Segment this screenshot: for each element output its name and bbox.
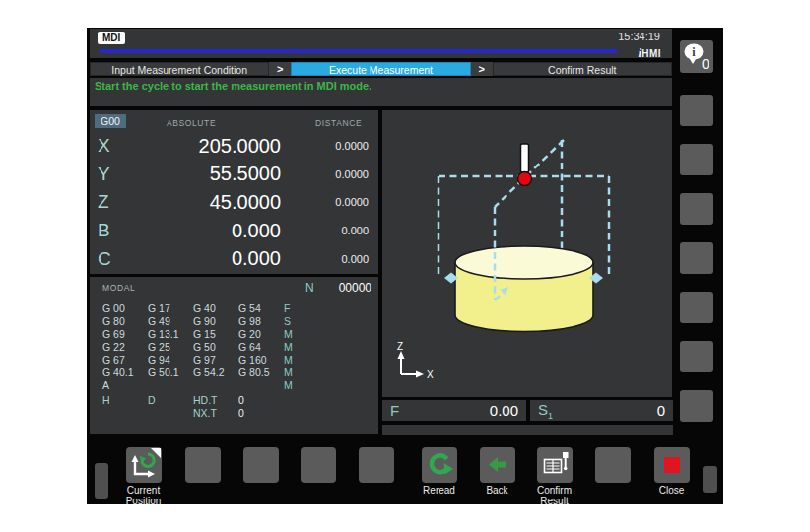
blank-softkey-button[interactable] (243, 447, 279, 483)
gcode-cell: G 80.5 (238, 366, 284, 379)
probe-cycle-diagram: Z X (382, 110, 672, 397)
gcode-cell: G 17 (148, 302, 193, 315)
gcode-cell: G 64 (238, 341, 284, 354)
gcode-cell: G 90 (193, 315, 238, 328)
gcode-cell: G 160 (238, 354, 284, 366)
softkey-confirm-result: Confirm Result (527, 447, 582, 506)
axis-distance-value: 0.0000 (281, 196, 371, 208)
gcode-mode-badge: G00 (95, 114, 126, 128)
gcode-cell: G 15 (193, 328, 238, 341)
tool-value-cell: 0 (238, 394, 284, 407)
softkey-page-left-button[interactable] (95, 463, 108, 499)
tool-offset-rows: HDHD.T0 NX.T0 (102, 394, 371, 420)
tool-cell: NX.T (193, 407, 238, 420)
gcode-grid: G 00G 17G 40G 54F G 80G 49G 90G 98S G 69… (102, 302, 371, 392)
reread-button[interactable] (422, 447, 457, 483)
softkey-current-position: Current Position (116, 447, 171, 506)
reread-icon (422, 447, 457, 483)
info-bubble-icon: i 0 (680, 40, 713, 73)
gcode-row: G 40.1G 50.1G 54.2G 80.5M (102, 366, 371, 379)
absolute-column-header: ABSOLUTE (167, 118, 216, 128)
modal-gcode-panel: MODAL N 00000 G 00G 17G 40G 54F G 80G 49… (90, 277, 378, 434)
status-strip (382, 425, 673, 435)
position-header: G00 ABSOLUTE DISTANCE (90, 110, 378, 132)
axis-row-y: Y 55.5000 0.0000 (90, 161, 378, 189)
axis-absolute-value: 0.000 (119, 247, 281, 270)
tool-cell: HD.T (193, 394, 238, 407)
modal-letter-cell: M (284, 366, 371, 379)
cnc-control-window: MDI 15:34:19 iHMI Input Measurement Cond… (87, 28, 723, 504)
z-axis-arrowhead (398, 351, 405, 359)
info-button[interactable]: i 0 (680, 40, 713, 73)
back-button[interactable] (480, 447, 515, 483)
progress-line (99, 49, 618, 53)
workpiece-cylinder (455, 246, 593, 332)
gcode-row: G 00G 17G 40G 54F (102, 302, 371, 315)
z-axis-label: Z (397, 341, 403, 352)
current-position-button[interactable] (126, 447, 162, 483)
step-execute-measurement[interactable]: Execute Measurement (291, 62, 470, 76)
right-column-blank-button[interactable] (680, 390, 713, 422)
gcode-row: G 67G 94G 97G 160M (102, 354, 371, 366)
gcode-cell: G 22 (102, 341, 148, 354)
gcode-cell: G 98 (238, 315, 284, 328)
spindle-value: 0 (657, 402, 665, 419)
gcode-cell: G 20 (238, 328, 284, 341)
gcode-row: G 69G 13.1G 15G 20M (102, 328, 371, 341)
blank-softkey-button[interactable] (301, 447, 336, 483)
softkey-blank (349, 447, 404, 483)
modal-title: MODAL (102, 283, 135, 293)
softkey-close: Close (644, 447, 700, 496)
gcode-cell (148, 379, 193, 392)
right-column-blank-button[interactable] (680, 144, 713, 175)
tool-value-cell: 0 (238, 407, 284, 420)
tool-cell (148, 407, 193, 420)
info-count-badge: 0 (702, 56, 709, 72)
chevron-right-icon: > (471, 63, 493, 75)
gcode-cell: G 80 (102, 315, 148, 328)
chevron-right-icon: > (269, 63, 291, 75)
softkey-label: Close (644, 485, 700, 496)
x-axis-arrowhead (416, 371, 424, 378)
right-column-blank-button[interactable] (680, 193, 713, 225)
position-panel: G00 ABSOLUTE DISTANCE X 205.0000 0.0000 … (90, 110, 378, 274)
feed-value: 0.00 (490, 402, 518, 419)
right-column-blank-button[interactable] (680, 341, 713, 372)
softkey-blank (291, 447, 346, 483)
gcode-cell: G 40 (193, 302, 238, 315)
right-column-blank-button[interactable] (680, 242, 713, 274)
step-input-measurement-condition[interactable]: Input Measurement Condition (90, 62, 269, 76)
touch-probe (518, 144, 532, 186)
right-column-blank-button[interactable] (680, 95, 713, 126)
mode-badge: MDI (98, 32, 125, 44)
axis-absolute-value: 55.5000 (119, 163, 281, 185)
axis-row-b: B 0.000 0.000 (90, 217, 378, 245)
ihmi-logo: iHMI (639, 43, 661, 61)
blank-softkey-button[interactable] (595, 447, 631, 483)
modal-letter-cell: F (284, 302, 371, 315)
softkey-label: Reread (412, 485, 467, 496)
right-column-blank-button[interactable] (680, 292, 713, 323)
gcode-cell: G 94 (148, 354, 193, 366)
guidance-message: Start the cycle to start the measurement… (90, 78, 672, 106)
blank-softkey-button[interactable] (359, 447, 394, 483)
gcode-row: G 80G 49G 90G 98S (102, 315, 371, 328)
gcode-cell: G 54.2 (193, 366, 238, 379)
back-icon (480, 447, 515, 483)
blank-softkey-button[interactable] (185, 447, 221, 483)
axis-name: B (90, 220, 119, 241)
step-confirm-result[interactable]: Confirm Result (493, 62, 672, 76)
feedrate-readout: F 0.00 (382, 400, 526, 421)
modal-letter-cell: M (284, 354, 371, 366)
tool-cell (102, 407, 148, 420)
gcode-cell: G 67 (102, 354, 148, 366)
close-button[interactable] (654, 447, 690, 483)
axis-name: X (90, 135, 119, 157)
softkey-label: Back (470, 485, 525, 496)
wizard-breadcrumb: Input Measurement Condition > Execute Me… (90, 62, 672, 76)
confirm-result-button[interactable] (537, 447, 573, 483)
softkey-reread: Reread (412, 447, 467, 496)
softkey-page-right-button[interactable] (703, 466, 717, 493)
confirm-result-icon (537, 447, 573, 483)
modal-letter-cell: M (284, 328, 371, 341)
